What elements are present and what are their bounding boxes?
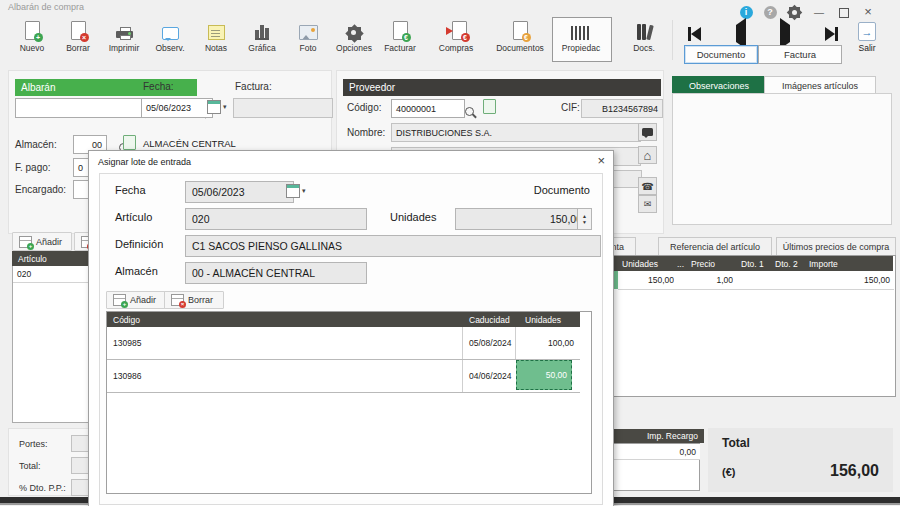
portes-label: Portes: — [19, 439, 48, 449]
purchases-arrow-icon: € — [446, 20, 467, 40]
proveedor-header: Proveedor — [343, 79, 661, 96]
email-button[interactable]: ✉ — [638, 195, 657, 213]
app-window: Albarán de compra i ? — × + Nuevo × Borr… — [0, 0, 900, 506]
dialog-unidades-field[interactable]: 150,00 — [455, 208, 589, 230]
home-button[interactable]: ⌂ — [638, 146, 657, 164]
salir-button[interactable]: → Salir — [858, 22, 876, 53]
dialog-definicion-label: Definición — [115, 238, 163, 250]
dialog-fecha-field[interactable]: 05/06/2023 — [185, 181, 294, 203]
phone-icon: ☎ — [641, 181, 653, 192]
minimize-icon[interactable]: — — [811, 5, 827, 19]
window-title: Albarán de compra — [8, 2, 84, 12]
toolbar-compras[interactable]: € Compras — [428, 20, 484, 60]
delete-document-icon: × — [71, 20, 86, 40]
calendar-icon[interactable]: ▾ — [286, 184, 306, 198]
factura-nav-button[interactable]: Factura — [758, 45, 842, 64]
prev-record-button[interactable] — [736, 25, 746, 43]
books-icon — [637, 20, 652, 40]
total-label: Total: — [19, 461, 41, 471]
lot-row[interactable]: 130986 04/06/2024 50,00 — [107, 360, 580, 393]
asignar-lote-dialog: Asignar lote de entrada × Fecha 05/06/20… — [88, 150, 614, 506]
dialog-articulo-field[interactable]: 020 — [185, 208, 367, 230]
dialog-articulo-label: Artículo — [115, 211, 152, 223]
selected-lot-cell[interactable]: 50,00 — [516, 360, 572, 390]
total-box-value: 156,00 — [830, 462, 879, 480]
tab-ultimos-precios-compra[interactable]: Últimos precios de compra — [776, 237, 896, 256]
add-row-icon: + — [19, 236, 32, 248]
envelope-icon: ✉ — [644, 199, 652, 209]
calendar-icon[interactable]: ▾ — [207, 100, 227, 114]
anadir-line-button[interactable]: + Añadir — [12, 232, 72, 251]
dialog-documento-label: Documento — [534, 184, 590, 196]
invoice-icon: € — [393, 20, 408, 40]
observaciones-content[interactable] — [672, 93, 892, 225]
delete-row-icon: × — [171, 294, 184, 306]
factura-input[interactable] — [233, 98, 333, 118]
dialog-almacen-field[interactable]: 00 - ALMACÉN CENTRAL — [185, 262, 367, 284]
row-precio[interactable]: 1,00 — [686, 271, 738, 290]
add-row-icon: + — [113, 294, 126, 306]
speech-bubble-icon — [642, 128, 653, 136]
fecha-label: Fecha: — [143, 81, 174, 92]
dtopp-label: % Dto. P.P.: — [19, 483, 66, 493]
dialog-almacen-label: Almacén — [115, 265, 158, 277]
total-box: Total (€) 156,00 — [708, 428, 893, 492]
imp-recargo-header: Imp. Recargo — [600, 429, 704, 443]
bar-chart-icon — [255, 20, 269, 40]
toolbar-propiedades-pressed[interactable]: Propiedac — [552, 17, 612, 62]
restore-icon[interactable] — [836, 6, 852, 20]
tab-referencia-articulo[interactable]: Referencia del artículo — [658, 237, 772, 256]
almacen-label: Almacén: — [15, 139, 57, 150]
photo-icon — [299, 20, 318, 40]
record-navigation — [688, 25, 838, 43]
unidades-spinner[interactable]: ▲▼ — [577, 208, 592, 230]
exit-arrow-icon: → — [858, 22, 876, 41]
documento-nav-button[interactable]: Documento — [684, 45, 758, 64]
dialog-borrar-button[interactable]: × Borrar — [164, 291, 224, 309]
barcode-icon — [571, 20, 591, 40]
dialog-unidades-label: Unidades — [390, 211, 436, 223]
dialog-title: Asignar lote de entrada — [98, 157, 191, 167]
next-record-button[interactable] — [780, 25, 790, 43]
codigo-label: Código: — [347, 102, 381, 113]
close-icon[interactable]: × — [860, 4, 876, 18]
row-importe[interactable]: 150,00 — [798, 271, 894, 290]
speech-bubble-icon — [162, 20, 179, 40]
info-icon[interactable]: i — [738, 5, 754, 19]
note-icon — [208, 20, 225, 40]
help-icon[interactable]: ? — [762, 5, 778, 19]
total-box-title: Total — [722, 436, 750, 450]
toolbar-facturar[interactable]: € Facturar — [372, 20, 428, 60]
first-record-button[interactable] — [688, 27, 701, 41]
note-doc-icon[interactable] — [483, 99, 496, 114]
encargado-label: Encargado: — [15, 184, 66, 195]
toolbar-docs[interactable]: Docs. — [616, 20, 672, 60]
fpago-label: F. pago: — [15, 162, 51, 173]
row-unidades[interactable]: 150,00 — [618, 271, 679, 290]
observaciones-panel: Observaciones Imágenes artículos — [668, 70, 894, 228]
note-doc-icon[interactable] — [123, 135, 136, 150]
comment-button[interactable] — [638, 123, 657, 141]
dialog-body: Fecha 05/06/2023 ▾ Documento Artículo 02… — [99, 173, 603, 505]
total-box-currency: (€) — [722, 466, 735, 478]
nombre-input[interactable]: DISTRIBUCIONES S.A. — [391, 123, 641, 142]
dialog-fecha-label: Fecha — [115, 184, 146, 196]
search-icon[interactable] — [465, 107, 474, 116]
fecha-input[interactable]: 05/06/2023 — [141, 98, 213, 118]
codigo-input[interactable]: 40000001 — [391, 99, 465, 118]
dialog-close-icon[interactable]: × — [597, 154, 605, 167]
dialog-anadir-button[interactable]: + Añadir — [106, 291, 168, 309]
lot-row[interactable]: 130985 05/08/2024 100,00 — [107, 327, 580, 360]
almacen-name: ALMACÉN CENTRAL — [143, 138, 236, 149]
toolbar-documentos[interactable]: € Documentos — [492, 20, 548, 60]
house-icon: ⌂ — [644, 148, 652, 163]
cif-input[interactable]: B1234567894 — [581, 99, 663, 118]
new-document-icon: + — [25, 20, 40, 40]
dialog-definicion-field[interactable]: C1 SACOS PIENSO GALLINAS — [185, 235, 601, 257]
lot-table-header: Código Caducidad Unidades — [107, 312, 580, 327]
last-record-button[interactable] — [825, 27, 838, 41]
phone-button[interactable]: ☎ — [638, 177, 657, 195]
lines-grid-header: Unidades ... Precio Dto. 1 Dto. 2 Import… — [597, 256, 893, 271]
imp-recargo-value: 0,00 — [601, 444, 700, 460]
settings-gear-icon[interactable] — [786, 5, 802, 19]
